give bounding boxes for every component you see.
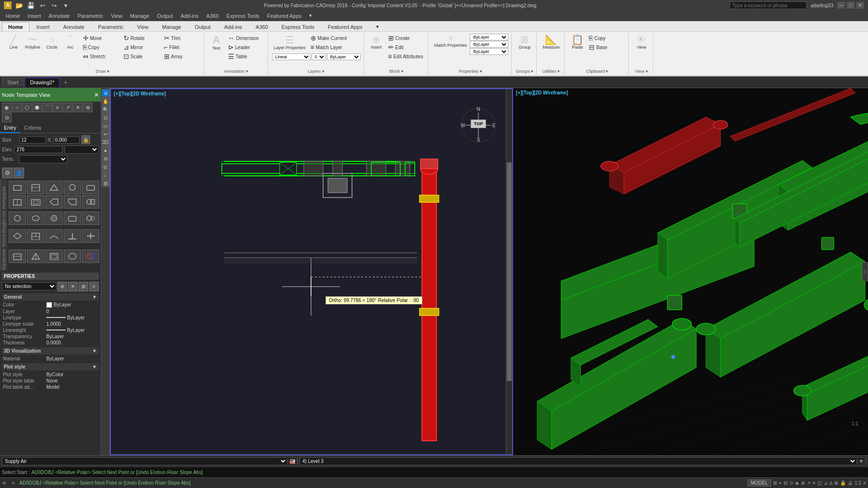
shape-rect-2[interactable] bbox=[27, 181, 44, 194]
vp3d-collapse[interactable]: › bbox=[862, 262, 868, 281]
eq-1[interactable] bbox=[9, 250, 26, 263]
ntv-btn-4[interactable]: ⬢ bbox=[32, 103, 42, 112]
lock-btn[interactable]: 🔒 bbox=[81, 135, 90, 144]
menu-more[interactable]: ▾ bbox=[305, 12, 316, 20]
rbo-1[interactable] bbox=[9, 211, 26, 225]
tab-drawing2[interactable]: Drawing2* bbox=[25, 78, 60, 87]
ribbon-btn-copy[interactable]: ⎘ Copy bbox=[81, 43, 120, 52]
shape-rect-10[interactable] bbox=[82, 195, 99, 209]
ribbon-btn-arc[interactable]: ⌒ Arc bbox=[62, 34, 79, 51]
supply-air-button[interactable]: 🏭 bbox=[287, 459, 297, 464]
eq-2[interactable] bbox=[27, 250, 44, 263]
menu-output[interactable]: Output bbox=[153, 12, 177, 20]
ribbon-btn-group[interactable]: ⊞ Group bbox=[516, 34, 533, 51]
shape-rect-5[interactable] bbox=[82, 181, 99, 194]
lineweight-icon[interactable]: ≡ bbox=[813, 480, 815, 486]
workspace-icon[interactable]: ⊞ bbox=[834, 480, 838, 486]
ribbon-btn-dimension[interactable]: ↔ Dimension bbox=[226, 34, 265, 42]
vp-tb-ortho[interactable]: ⊞ bbox=[102, 179, 109, 187]
vp-tb-isolate[interactable]: ◎ bbox=[102, 163, 109, 171]
otrack-icon[interactable]: ⊕ bbox=[801, 480, 805, 486]
tab-more[interactable]: ▾ bbox=[370, 22, 385, 31]
menu-parametric[interactable]: Parametric bbox=[74, 12, 107, 20]
tab-parametric[interactable]: Parametric bbox=[92, 22, 130, 31]
level-dropdown[interactable]: 4) Level 3 bbox=[300, 458, 856, 465]
ribbon-btn-leader[interactable]: ⊳ Leader bbox=[226, 43, 265, 52]
size-input[interactable] bbox=[19, 136, 46, 144]
qat-dropdown[interactable]: ▾ bbox=[61, 0, 70, 10]
viewport-3d[interactable]: [+][Top][2D Wireframe] bbox=[513, 88, 868, 455]
ribbon-btn-mirror[interactable]: ⊿ Mirror bbox=[122, 43, 160, 52]
tool-btn-1[interactable]: ⚙ bbox=[2, 168, 13, 178]
properties-linetype-dropdown[interactable]: ByLayer bbox=[470, 41, 508, 48]
eq-4[interactable] bbox=[64, 250, 81, 263]
elev-unit-select[interactable] bbox=[65, 145, 99, 154]
term-select[interactable] bbox=[19, 155, 68, 163]
snap-icon[interactable]: ⌖ bbox=[779, 480, 782, 486]
plot-icon[interactable]: 🖨 bbox=[848, 480, 853, 486]
ribbon-btn-layer-props[interactable]: ☰ Layer Properties bbox=[272, 34, 308, 51]
maximize-button[interactable]: □ bbox=[847, 2, 854, 9]
x-input[interactable] bbox=[53, 136, 80, 144]
ribbon-btn-move[interactable]: ✛ Move bbox=[81, 34, 120, 42]
sel-btn-1[interactable]: ⊕ bbox=[57, 282, 67, 291]
ntv-btn-7[interactable]: ↗ bbox=[63, 103, 72, 112]
menu-insert[interactable]: Insert bbox=[24, 12, 45, 20]
vp-tb-pan[interactable]: ✋ bbox=[102, 97, 109, 105]
tab-insert[interactable]: Insert bbox=[30, 22, 56, 31]
layer-color-dropdown[interactable]: ByLayer bbox=[327, 53, 361, 60]
rbo-3[interactable] bbox=[45, 211, 63, 225]
menu-manage[interactable]: Manage bbox=[126, 12, 153, 20]
sel-btn-2[interactable]: ✕ bbox=[68, 282, 78, 291]
shape-rect-1[interactable] bbox=[9, 181, 26, 194]
prop-group-3d[interactable]: 3D Visualization ▼ bbox=[2, 347, 99, 355]
view-cube-top[interactable]: TOP bbox=[471, 119, 486, 128]
ribbon-btn-edit-attributes[interactable]: ≡ Edit Attributes bbox=[386, 52, 425, 61]
ntv-btn-10[interactable]: ⊖ bbox=[2, 113, 12, 122]
shape-rect-8[interactable] bbox=[45, 195, 63, 209]
vp-tb-extent[interactable]: ⊡ bbox=[102, 114, 109, 121]
search-input[interactable] bbox=[730, 1, 807, 9]
ntv-btn-3[interactable]: ⬡ bbox=[22, 103, 32, 112]
viewport-2d[interactable]: [+][Top][2D Wireframe] bbox=[110, 88, 513, 455]
ntv-btn-2[interactable]: ○ bbox=[12, 103, 22, 112]
model-btn[interactable]: MODEL bbox=[747, 479, 772, 487]
lock-icon[interactable]: 🔒 bbox=[840, 480, 846, 486]
ribbon-btn-paste[interactable]: 📋 Paste bbox=[569, 34, 586, 51]
menu-view[interactable]: View bbox=[107, 12, 126, 20]
select-icon[interactable]: ⊿ bbox=[824, 480, 827, 486]
tab-addins[interactable]: Add-ins bbox=[218, 22, 248, 31]
ntv-btn-5[interactable]: ⌒ bbox=[42, 103, 52, 112]
ntv-btn-9[interactable]: ⊕ bbox=[83, 103, 93, 112]
ntv-btn-8[interactable]: ✕ bbox=[73, 103, 82, 112]
rbo-7[interactable] bbox=[27, 229, 44, 243]
ribbon-btn-table[interactable]: ☰ Table bbox=[226, 52, 265, 61]
customize-icon[interactable]: ≡ bbox=[863, 480, 866, 486]
ribbon-btn-make-current[interactable]: ⊕ Make Current bbox=[309, 34, 349, 42]
vp-tb-3d[interactable]: 3D bbox=[102, 138, 109, 146]
ntv-btn-6[interactable]: ≡ bbox=[53, 103, 62, 112]
vp-tb-snap[interactable]: ⌂ bbox=[102, 171, 109, 179]
transparency-icon[interactable]: ◫ bbox=[817, 480, 822, 486]
ribbon-btn-copy2[interactable]: ⎘ Copy bbox=[587, 34, 625, 42]
new-tab-button[interactable]: + bbox=[61, 77, 70, 88]
sel-btn-4[interactable]: ≡ bbox=[89, 282, 99, 291]
tab-output[interactable]: Output bbox=[189, 22, 217, 31]
vp-tb-render[interactable]: ● bbox=[102, 146, 109, 154]
shape-rect-6[interactable] bbox=[9, 195, 26, 209]
rbo-8[interactable] bbox=[45, 229, 63, 243]
ntv-btn-1[interactable]: ◉ bbox=[2, 103, 12, 112]
sel-btn-3[interactable]: ⊞ bbox=[79, 282, 88, 291]
ribbon-btn-rotate[interactable]: ↻ Rotate bbox=[122, 34, 160, 42]
tab-view[interactable]: View bbox=[131, 22, 155, 31]
ribbon-btn-stretch[interactable]: ⇔ Stretch bbox=[81, 52, 120, 61]
annotate-icon[interactable]: ∆ bbox=[829, 480, 832, 486]
ribbon-btn-line[interactable]: ╱ Line bbox=[5, 34, 22, 51]
vp-tb-section[interactable]: ⊘ bbox=[102, 155, 109, 162]
qat-new[interactable]: 📂 bbox=[14, 0, 24, 10]
ribbon-btn-text[interactable]: A Text bbox=[208, 34, 225, 52]
tab-manage[interactable]: Manage bbox=[156, 22, 188, 31]
elev-input[interactable] bbox=[14, 146, 63, 153]
tab-entry[interactable]: Entry bbox=[0, 123, 20, 133]
shape-rect-3[interactable] bbox=[45, 181, 63, 194]
